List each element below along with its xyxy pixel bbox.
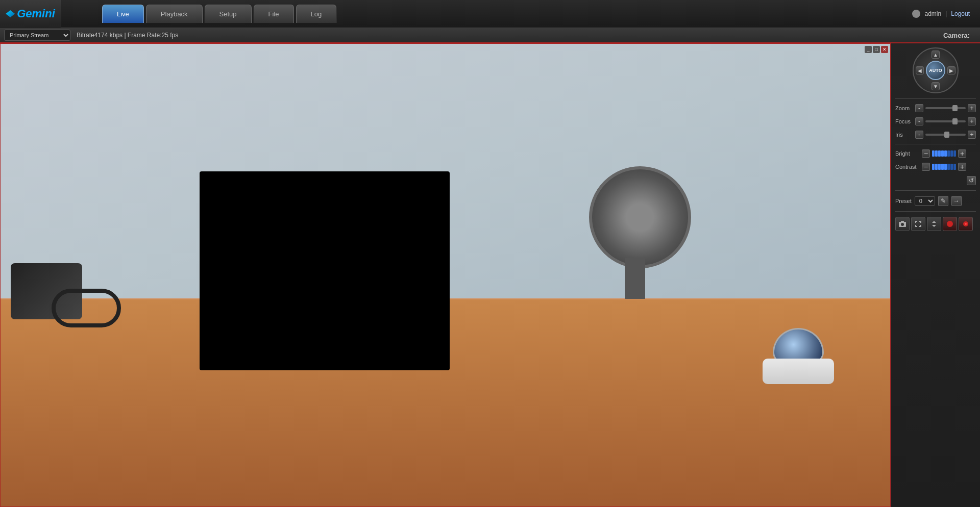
camera-feed [1,44,890,506]
video-restore-button[interactable]: □ [873,46,880,53]
bright-bar-7 [950,150,953,157]
bright-bars [932,150,956,157]
iris-slider[interactable] [925,134,966,136]
ptz-left-button[interactable]: ◀ [916,66,924,74]
bright-bar-2 [935,150,938,157]
svg-point-3 [947,221,953,227]
ptz-control: ▲ ▼ ◀ ▶ AUTO [895,47,976,93]
zoom-slider[interactable] [925,107,966,109]
divider-1 [895,98,976,99]
video-area: _ □ ✕ [0,43,891,507]
separator: | [945,10,947,17]
user-area: admin | Logout [912,10,970,18]
ptz-down-button[interactable]: ▼ [932,82,940,90]
ptz-right-button[interactable]: ▶ [947,66,955,74]
user-icon [912,10,920,18]
logo-text: Gemini [17,7,55,20]
camera-label: Camera: [943,32,970,39]
svg-point-5 [965,223,967,225]
toolbar: Primary Stream Secondary Stream Bitrate4… [0,28,980,43]
bright-bar-5 [944,150,947,157]
zoom-plus-button[interactable]: + [968,104,976,112]
video-minimize-button[interactable]: _ [865,46,872,53]
focus-slider[interactable] [925,120,966,122]
nav-tabs: LivePlaybackSetupFileLog [102,0,336,28]
video-close-button[interactable]: ✕ [881,46,888,53]
iris-control: Iris - + [895,131,976,139]
flip-icon [930,220,938,228]
dome-base [763,359,834,384]
nav-tab-setup[interactable]: Setup [205,5,252,23]
iris-minus-button[interactable]: - [915,131,923,139]
preset-goto-button[interactable]: → [951,196,962,206]
contrast-bar-8 [953,164,956,170]
audio-icon [946,220,954,228]
focus-minus-button[interactable]: - [915,117,923,125]
bright-bar-4 [941,150,944,157]
svg-rect-2 [901,221,904,222]
iris-plus-button[interactable]: + [968,131,976,139]
fullscreen-icon [914,220,922,228]
focus-slider-thumb [952,118,958,124]
contrast-minus-button[interactable]: − [922,163,930,171]
gem-icon [6,10,15,17]
right-panel: ▲ ▼ ◀ ▶ AUTO Zoom - + Focus - + [891,43,980,507]
contrast-bar-6 [947,164,950,170]
focus-control: Focus - + [895,117,976,125]
action-buttons [895,217,976,231]
svg-point-1 [901,223,904,226]
refresh-image-button[interactable]: ↺ [967,176,976,185]
zoom-minus-button[interactable]: - [915,104,923,112]
contrast-bar-1 [932,164,935,170]
brightness-control: Bright − + [895,149,976,158]
bright-minus-button[interactable]: − [922,149,930,158]
flip-button[interactable] [927,217,941,231]
nav-tab-playback[interactable]: Playback [146,5,203,23]
contrast-bar-4 [941,164,944,170]
bright-bar-6 [947,150,950,157]
contrast-bar-2 [935,164,938,170]
nav-tab-live[interactable]: Live [102,5,144,23]
contrast-bar-5 [944,164,947,170]
bright-bar-3 [938,150,941,157]
logo: Gemini [0,0,61,28]
focus-plus-button[interactable]: + [968,117,976,125]
logout-link[interactable]: Logout [951,10,970,17]
stream-select[interactable]: Primary Stream Secondary Stream [4,30,70,41]
monitor-black [200,171,450,370]
video-window-controls: _ □ ✕ [865,46,888,53]
divider-4 [895,211,976,212]
zoom-control: Zoom - + [895,104,976,112]
bright-bar-1 [932,150,935,157]
ptz-auto-button[interactable]: AUTO [926,61,945,80]
preset-label: Preset [895,198,912,204]
fan [584,146,696,299]
fullscreen-button[interactable] [911,217,925,231]
divider-3 [895,190,976,191]
preset-select[interactable]: 0 [915,196,935,206]
contrast-bar-3 [938,164,941,170]
record-video-button[interactable] [959,217,973,231]
contrast-bar-7 [950,164,953,170]
bright-bar-8 [953,150,956,157]
snapshot-button[interactable] [895,217,910,231]
contrast-plus-button[interactable]: + [958,163,966,171]
contrast-label: Contrast [895,164,920,170]
preset-edit-button[interactable]: ✎ [938,196,948,206]
bright-plus-button[interactable]: + [958,149,966,158]
header: Gemini LivePlaybackSetupFileLog admin | … [0,0,980,28]
bright-label: Bright [895,150,920,157]
stream-info: Bitrate4174 kbps | Frame Rate:25 fps [77,32,178,39]
main-content: _ □ ✕ ▲ ▼ ◀ ▶ AUTO Zoom - + [0,43,980,507]
ptz-up-button[interactable]: ▲ [932,50,940,59]
focus-label: Focus [895,118,913,124]
nav-tab-log[interactable]: Log [296,5,337,23]
ptz-ring: ▲ ▼ ◀ ▶ AUTO [913,47,959,93]
username-label: admin [924,10,941,17]
iris-slider-thumb [944,132,949,138]
record-audio-button[interactable] [943,217,957,231]
nav-tab-file[interactable]: File [254,5,294,23]
iris-label: Iris [895,132,913,138]
cables [1,289,154,329]
zoom-slider-thumb [952,105,958,111]
